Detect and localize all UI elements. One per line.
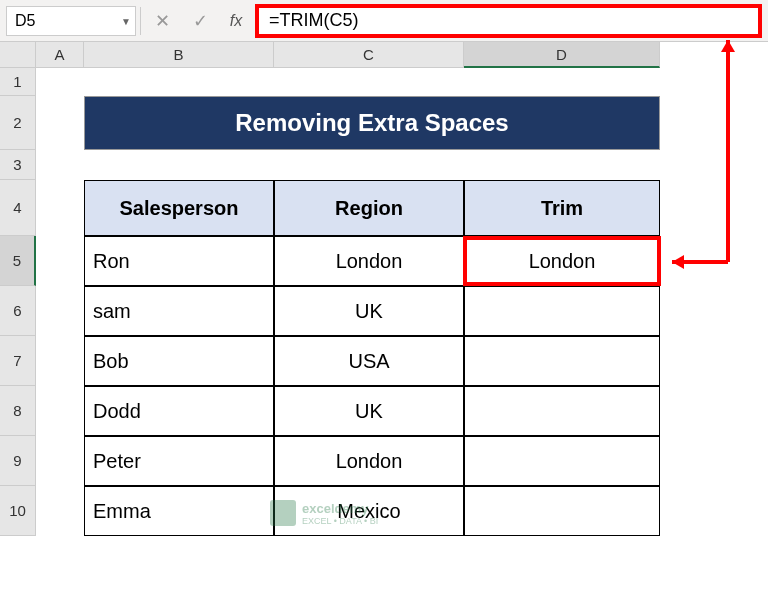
formula-text: =TRIM(C5) — [269, 10, 359, 31]
cell-A1[interactable] — [36, 68, 84, 96]
watermark-tag: EXCEL • DATA • BI — [302, 516, 378, 526]
cell-A9[interactable] — [36, 436, 84, 486]
rows: 1 2 Removing Extra Spaces 3 4 Salesperso… — [0, 68, 768, 536]
cell-B1[interactable] — [84, 68, 274, 96]
cell-A8[interactable] — [36, 386, 84, 436]
column-headers: A B C D — [36, 42, 768, 68]
watermark-icon — [270, 500, 296, 526]
name-box-dropdown-icon[interactable]: ▼ — [121, 15, 131, 26]
watermark-brand: exceldemy — [302, 501, 378, 516]
cell-C5[interactable]: London — [274, 236, 464, 286]
col-header-C[interactable]: C — [274, 42, 464, 68]
fx-icon[interactable]: fx — [221, 12, 251, 30]
cell-B9[interactable]: Peter — [84, 436, 274, 486]
cell-C7[interactable]: USA — [274, 336, 464, 386]
cell-D9[interactable] — [464, 436, 660, 486]
spreadsheet-grid: A B C D 1 2 Removing Extra Spaces 3 4 Sa — [0, 42, 768, 536]
row-header-8[interactable]: 8 — [0, 386, 36, 436]
cell-A5[interactable] — [36, 236, 84, 286]
cell-D1[interactable] — [464, 68, 660, 96]
title-cell[interactable]: Removing Extra Spaces — [84, 96, 660, 150]
row-header-7[interactable]: 7 — [0, 336, 36, 386]
formula-bar: D5 ▼ ✕ ✓ fx =TRIM(C5) — [0, 0, 768, 42]
cell-C6[interactable]: UK — [274, 286, 464, 336]
cell-B3[interactable] — [84, 150, 274, 180]
cell-C8[interactable]: UK — [274, 386, 464, 436]
cancel-formula-icon[interactable]: ✕ — [145, 6, 179, 36]
cell-B5[interactable]: Ron — [84, 236, 274, 286]
cell-D10[interactable] — [464, 486, 660, 536]
cell-D3[interactable] — [464, 150, 660, 180]
cell-A2[interactable] — [36, 96, 84, 150]
cell-A7[interactable] — [36, 336, 84, 386]
cell-A10[interactable] — [36, 486, 84, 536]
row-header-10[interactable]: 10 — [0, 486, 36, 536]
header-trim[interactable]: Trim — [464, 180, 660, 236]
cell-A4[interactable] — [36, 180, 84, 236]
row-header-9[interactable]: 9 — [0, 436, 36, 486]
name-box-value: D5 — [15, 12, 35, 30]
formula-input[interactable]: =TRIM(C5) — [255, 4, 762, 38]
select-all-corner[interactable] — [0, 42, 36, 68]
cell-A6[interactable] — [36, 286, 84, 336]
cell-D7[interactable] — [464, 336, 660, 386]
row-header-4[interactable]: 4 — [0, 180, 36, 236]
col-header-A[interactable]: A — [36, 42, 84, 68]
row-header-6[interactable]: 6 — [0, 286, 36, 336]
header-region[interactable]: Region — [274, 180, 464, 236]
row-header-1[interactable]: 1 — [0, 68, 36, 96]
cell-B7[interactable]: Bob — [84, 336, 274, 386]
cell-D6[interactable] — [464, 286, 660, 336]
title-text: Removing Extra Spaces — [235, 109, 508, 137]
header-salesperson[interactable]: Salesperson — [84, 180, 274, 236]
row-header-2[interactable]: 2 — [0, 96, 36, 150]
cell-B6[interactable]: sam — [84, 286, 274, 336]
cell-C1[interactable] — [274, 68, 464, 96]
cell-D8[interactable] — [464, 386, 660, 436]
watermark: exceldemy EXCEL • DATA • BI — [270, 500, 378, 526]
row-header-5[interactable]: 5 — [0, 236, 36, 286]
name-box[interactable]: D5 ▼ — [6, 6, 136, 36]
cell-C9[interactable]: London — [274, 436, 464, 486]
cell-B10[interactable]: Emma — [84, 486, 274, 536]
col-header-D[interactable]: D — [464, 42, 660, 68]
row-header-3[interactable]: 3 — [0, 150, 36, 180]
cell-B8[interactable]: Dodd — [84, 386, 274, 436]
cell-D5-active[interactable]: London — [464, 236, 660, 286]
divider — [140, 7, 141, 35]
enter-formula-icon[interactable]: ✓ — [183, 6, 217, 36]
col-header-B[interactable]: B — [84, 42, 274, 68]
cell-A3[interactable] — [36, 150, 84, 180]
cell-C3[interactable] — [274, 150, 464, 180]
